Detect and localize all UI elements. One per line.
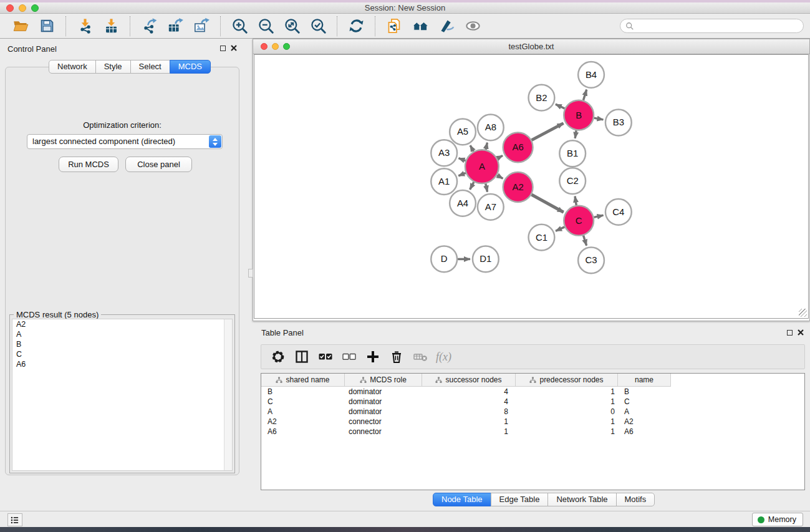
edge-A-A7[interactable]	[486, 183, 488, 191]
node-A5[interactable]: A5	[450, 119, 476, 145]
search-field[interactable]	[620, 19, 804, 33]
result-list-item[interactable]: B	[12, 339, 232, 349]
edge-A2-C[interactable]	[531, 195, 563, 212]
split-divider-handle[interactable]	[248, 269, 253, 278]
function-builder-icon[interactable]: f(x)	[436, 351, 451, 364]
save-session-icon[interactable]	[37, 17, 56, 36]
node-table[interactable]: shared nameMCDS rolesuccessor nodesprede…	[261, 373, 805, 490]
first-neighbors-icon[interactable]	[411, 17, 430, 36]
node-D[interactable]: D	[431, 246, 457, 273]
node-A8[interactable]: A8	[478, 115, 504, 141]
table-header-row[interactable]: shared nameMCDS rolesuccessor nodesprede…	[261, 374, 804, 387]
export-network-icon[interactable]	[140, 17, 158, 36]
show-column-icon[interactable]	[292, 347, 311, 366]
delete-table-icon[interactable]	[411, 347, 430, 366]
tab-style[interactable]: Style	[95, 60, 131, 74]
clear-all-checkboxes-icon[interactable]	[340, 347, 359, 366]
edge-A-A4[interactable]	[470, 182, 474, 190]
table-tab-motifs[interactable]: Motifs	[616, 493, 655, 506]
column-header-name[interactable]: name	[618, 374, 671, 387]
edge-C-C4[interactable]	[594, 215, 603, 217]
node-B2[interactable]: B2	[529, 85, 555, 111]
run-mcds-button[interactable]: Run MCDS	[59, 157, 118, 172]
task-history-button[interactable]	[7, 513, 22, 526]
node-C1[interactable]: C1	[529, 225, 555, 251]
network-window-titlebar[interactable]: testGlobe.txt	[253, 39, 809, 54]
edge-A-A3[interactable]	[459, 158, 466, 161]
edge-C-C1[interactable]	[556, 227, 564, 231]
zoom-in-icon[interactable]	[230, 17, 249, 36]
node-A[interactable]: A	[465, 150, 499, 183]
table-tab-node-table[interactable]: Node Table	[433, 493, 491, 506]
column-header-shared-name[interactable]: shared name	[261, 374, 345, 387]
result-list-item[interactable]: C	[12, 349, 232, 359]
node-B[interactable]: B	[564, 100, 594, 130]
table-row[interactable]: Adominator80A	[261, 407, 804, 417]
main-titlebar[interactable]: Session: New Session	[0, 2, 810, 14]
edge-B-B3[interactable]	[594, 118, 604, 120]
zoom-selected-icon[interactable]	[309, 17, 327, 36]
network-graph[interactable]: B4B2BB3A8A5A6B1A3AA1C2A2A4A7C4CC1C3DD1	[254, 55, 808, 318]
mcds-result-list[interactable]: A2ABCA6	[12, 319, 233, 471]
memory-button[interactable]: Memory	[752, 513, 803, 526]
edge-B-B2[interactable]	[556, 104, 565, 109]
result-list-scrollbar[interactable]	[224, 319, 232, 470]
network-canvas[interactable]: B4B2BB3A8A5A6B1A3AA1C2A2A4A7C4CC1C3DD1	[254, 54, 809, 319]
node-A1[interactable]: A1	[431, 168, 457, 195]
node-B3[interactable]: B3	[605, 110, 632, 136]
column-header-mcds-role[interactable]: MCDS role	[345, 374, 422, 387]
node-C3[interactable]: C3	[578, 248, 604, 274]
show-graphics-details-icon[interactable]	[463, 17, 482, 36]
column-header-successor-nodes[interactable]: successor nodes	[422, 374, 516, 387]
edge-A-A5[interactable]	[470, 145, 473, 152]
export-image-icon[interactable]	[192, 17, 211, 36]
node-C2[interactable]: C2	[559, 168, 586, 194]
search-input[interactable]	[634, 19, 803, 32]
edge-B-B1[interactable]	[575, 130, 576, 138]
hide-graphics-details-icon[interactable]	[437, 17, 456, 36]
node-A6[interactable]: A6	[503, 132, 533, 162]
close-table-panel-icon[interactable]	[798, 329, 804, 336]
node-B1[interactable]: B1	[559, 140, 586, 167]
node-C[interactable]: C	[564, 206, 594, 236]
edge-A-A6[interactable]	[497, 155, 503, 158]
edge-C-C2[interactable]	[575, 196, 576, 206]
node-A7[interactable]: A7	[478, 194, 504, 220]
table-settings-icon[interactable]	[269, 347, 287, 366]
column-header-predecessor-nodes[interactable]: predecessor nodes	[516, 374, 618, 387]
table-row[interactable]: Bdominator41B	[261, 387, 804, 397]
result-list-item[interactable]: A2	[12, 319, 232, 329]
refresh-layout-icon[interactable]	[347, 17, 365, 36]
zoom-out-icon[interactable]	[256, 17, 275, 36]
float-table-panel-icon[interactable]	[787, 330, 793, 336]
tab-network[interactable]: Network	[49, 60, 96, 74]
open-session-icon[interactable]	[11, 17, 30, 36]
table-tab-network-table[interactable]: Network Table	[547, 493, 616, 506]
export-table-icon[interactable]	[166, 17, 185, 36]
result-list-item[interactable]: A6	[12, 359, 232, 369]
edge-C-C3[interactable]	[584, 235, 587, 245]
duplicate-network-icon[interactable]	[385, 17, 403, 36]
edge-A6-B[interactable]	[532, 123, 564, 140]
add-row-icon[interactable]	[364, 347, 382, 366]
import-network-icon[interactable]	[75, 17, 94, 36]
node-A2[interactable]: A2	[503, 172, 533, 202]
node-B4[interactable]: B4	[578, 62, 604, 88]
table-tab-edge-table[interactable]: Edge Table	[491, 493, 549, 506]
table-row[interactable]: A6connector11A6	[261, 427, 804, 437]
select-all-checkboxes-icon[interactable]	[316, 347, 335, 366]
node-C4[interactable]: C4	[605, 199, 632, 225]
tab-mcds[interactable]: MCDS	[170, 60, 211, 74]
node-A3[interactable]: A3	[431, 140, 457, 166]
edge-B-B4[interactable]	[583, 90, 586, 100]
edge-A-A8[interactable]	[486, 143, 487, 150]
float-panel-icon[interactable]	[220, 46, 226, 51]
table-row[interactable]: A2connector11A2	[261, 417, 804, 427]
edge-A-A1[interactable]	[458, 173, 466, 176]
table-row[interactable]: Cdominator41C	[261, 397, 804, 407]
close-panel-button[interactable]: Close panel	[125, 157, 192, 172]
node-A4[interactable]: A4	[450, 190, 476, 216]
import-table-icon[interactable]	[102, 17, 120, 36]
delete-row-icon[interactable]	[387, 347, 406, 366]
tab-select[interactable]: Select	[130, 60, 170, 74]
